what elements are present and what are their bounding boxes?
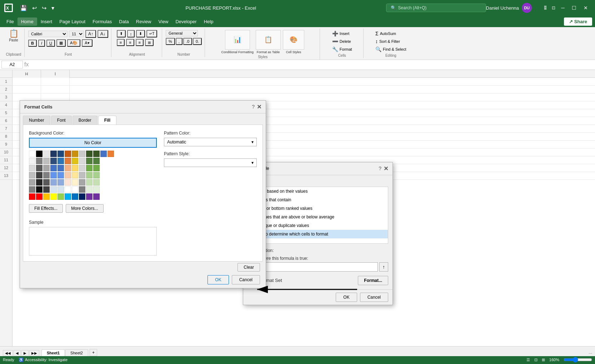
comma-btn[interactable]: , xyxy=(176,38,182,45)
color-cell-5-2[interactable] xyxy=(43,186,50,193)
color-cell-0-7[interactable] xyxy=(79,151,85,157)
color-cell-6-3[interactable] xyxy=(50,193,57,200)
formula-input[interactable] xyxy=(30,62,594,67)
ribbon-icon[interactable]: 🎛 xyxy=(542,4,549,12)
color-cell-1-8[interactable] xyxy=(86,158,92,164)
color-cell-6-1[interactable] xyxy=(36,193,42,200)
color-cell-4-3[interactable] xyxy=(50,179,57,186)
tab-border[interactable]: Border xyxy=(72,116,98,125)
sheet-prev-btn[interactable]: ◀◀ xyxy=(3,350,13,356)
row-1[interactable]: 1 xyxy=(0,78,12,86)
number-format-select[interactable]: General xyxy=(166,30,198,36)
row-4[interactable]: 4 xyxy=(0,101,12,109)
formula-text-field[interactable] xyxy=(248,262,378,272)
color-cell-0-8[interactable] xyxy=(86,151,92,157)
color-cell-5-1[interactable] xyxy=(36,186,42,193)
font-color-btn[interactable]: A▾ xyxy=(82,39,92,47)
color-cell-4-7[interactable] xyxy=(79,179,85,186)
paste-btn[interactable]: 📋 Paste xyxy=(6,29,21,44)
color-cell-6-6[interactable] xyxy=(72,193,78,200)
sheet-last-btn[interactable]: ▶▶ xyxy=(29,350,39,356)
share-button[interactable]: ↗ Share xyxy=(564,17,592,26)
editing-rule-help-btn[interactable]: ? xyxy=(379,165,381,172)
no-color-btn[interactable]: No Color xyxy=(29,138,157,148)
find-select-btn[interactable]: 🔍 Find & Select xyxy=(373,46,408,53)
col-h[interactable]: H xyxy=(12,70,41,78)
color-cell-2-9[interactable] xyxy=(93,165,100,171)
color-cell-1-9[interactable] xyxy=(93,158,100,164)
delete-cells-btn[interactable]: ➖ Delete xyxy=(330,38,354,45)
close-btn[interactable]: ✕ xyxy=(581,4,591,12)
decrease-decimal-btn[interactable]: 0. xyxy=(193,38,202,45)
fill-effects-btn[interactable]: Fill Effects... xyxy=(29,204,63,213)
row-8[interactable]: 8 xyxy=(0,133,12,141)
color-cell-6-9[interactable] xyxy=(93,193,100,200)
color-cell-1-4[interactable] xyxy=(58,158,64,164)
color-cell-5-0[interactable] xyxy=(29,186,35,193)
color-cell-5-5[interactable] xyxy=(65,186,71,193)
color-cell-1-3[interactable] xyxy=(50,158,57,164)
color-cell-1-0[interactable] xyxy=(29,158,35,164)
menu-help[interactable]: Help xyxy=(200,17,217,26)
editing-rule-ok-btn[interactable]: OK xyxy=(336,293,357,302)
menu-page-layout[interactable]: Page Layout xyxy=(56,17,89,26)
color-cell-0-4[interactable] xyxy=(58,151,64,157)
color-cell-5-6[interactable] xyxy=(72,186,78,193)
color-cell-5-7[interactable] xyxy=(79,186,85,193)
align-right-btn[interactable]: ≡ xyxy=(136,39,144,46)
sheet-tab-2[interactable]: Sheet2 xyxy=(65,349,88,356)
color-cell-2-2[interactable] xyxy=(43,165,50,171)
row-7[interactable]: 7 xyxy=(0,125,12,133)
row-9[interactable]: 9 xyxy=(0,141,12,148)
col-i[interactable]: I xyxy=(41,70,70,78)
color-cell-3-8[interactable] xyxy=(86,172,92,178)
sheet-back-btn[interactable]: ◀ xyxy=(14,350,21,356)
restore-btn[interactable]: ⊡ xyxy=(550,4,557,12)
row-12[interactable]: 12 xyxy=(0,164,12,172)
table-row[interactable] xyxy=(12,86,595,93)
customize-quick-btn[interactable]: ▾ xyxy=(50,4,56,12)
dialog-title-bar[interactable]: Format Cells ? ✕ xyxy=(20,101,266,113)
color-cell-0-1[interactable] xyxy=(36,151,42,157)
rule-item-3[interactable]: ...ly values that are above or below ave… xyxy=(248,213,388,221)
color-cell-1-2[interactable] xyxy=(43,158,50,164)
fill-color-btn[interactable]: A🎨 xyxy=(67,39,80,47)
color-cell-6-4[interactable] xyxy=(58,193,64,200)
menu-data[interactable]: Data xyxy=(115,17,132,26)
align-middle-btn[interactable]: ↕ xyxy=(127,30,135,37)
tab-font[interactable]: Font xyxy=(51,116,72,125)
rule-item-5[interactable]: ...nula to determine which cells to form… xyxy=(248,230,388,238)
color-cell-4-6[interactable] xyxy=(72,179,78,186)
menu-home[interactable]: Home xyxy=(18,17,37,26)
color-cell-3-7[interactable] xyxy=(79,172,85,178)
clear-btn[interactable]: Clear xyxy=(238,263,260,272)
color-cell-4-0[interactable] xyxy=(29,179,35,186)
zoom-slider[interactable] xyxy=(564,358,592,362)
color-cell-0-11[interactable] xyxy=(108,151,114,157)
row-11[interactable]: 11 xyxy=(0,156,12,164)
tab-fill[interactable]: Fill xyxy=(98,116,116,125)
color-cell-4-5[interactable] xyxy=(65,179,71,186)
row-3[interactable]: 3 xyxy=(0,93,12,101)
color-cell-0-0[interactable] xyxy=(29,151,35,157)
color-cell-4-1[interactable] xyxy=(36,179,42,186)
color-cell-6-0[interactable] xyxy=(29,193,35,200)
menu-file[interactable]: File xyxy=(3,17,18,26)
insert-cells-btn[interactable]: ➕ Insert xyxy=(330,30,354,37)
align-center-btn[interactable]: ≡ xyxy=(126,39,134,46)
color-cell-0-10[interactable] xyxy=(100,151,107,157)
color-cell-5-4[interactable] xyxy=(58,186,64,193)
menu-view[interactable]: View xyxy=(155,17,172,26)
cell-styles-btn[interactable]: 🎨 xyxy=(283,30,304,50)
wrap-text-btn[interactable]: ↵T xyxy=(146,30,157,37)
align-top-btn[interactable]: ⬆ xyxy=(117,30,126,37)
add-sheet-btn[interactable]: + xyxy=(90,349,97,356)
search-box[interactable]: 🔍 Search (Alt+Q) xyxy=(386,4,486,12)
color-cell-0-6[interactable] xyxy=(72,151,78,157)
color-cell-6-5[interactable] xyxy=(65,193,71,200)
font-size-select[interactable]: 11 xyxy=(69,31,84,37)
sort-filter-btn[interactable]: ↕ Sort & Filter xyxy=(373,38,408,45)
color-cell-2-0[interactable] xyxy=(29,165,35,171)
name-box[interactable] xyxy=(1,61,23,69)
menu-insert[interactable]: Insert xyxy=(37,17,56,26)
